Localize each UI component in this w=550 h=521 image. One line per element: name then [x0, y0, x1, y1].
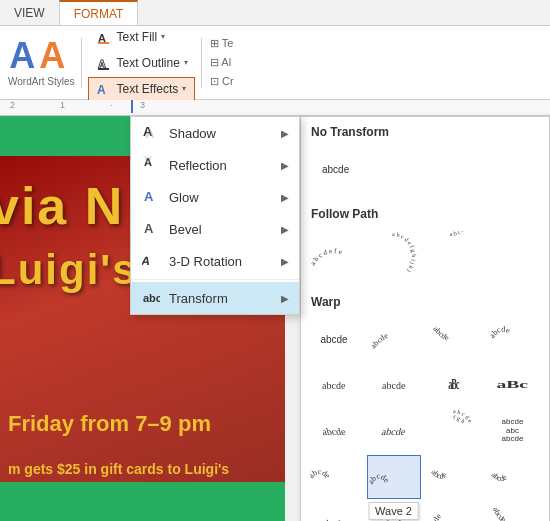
- follow-path-container: a b c d e f e a b c d e f g h i j k l: [301, 225, 549, 287]
- svg-text:a b c d e f e: a b c d e f e: [309, 247, 343, 267]
- menu-item-transform[interactable]: abc Transform ▶: [131, 282, 299, 314]
- text-fill-button[interactable]: A Text Fill ▾: [88, 25, 195, 49]
- transform-arrow: ▶: [281, 293, 289, 304]
- menu-item-bevel[interactable]: A Bevel ▶: [131, 213, 299, 245]
- bevel-icon: A: [141, 219, 161, 239]
- shadow-label: Shadow: [169, 126, 216, 141]
- text-effects-arrow: ▾: [182, 84, 186, 93]
- warp-item-wave3[interactable]: abcde: [426, 455, 480, 499]
- text-effects-label: Text Effects: [117, 82, 179, 96]
- warp-item-circle-stack[interactable]: a b c d e f g h: [426, 409, 480, 453]
- text-outline-button[interactable]: A Text Outline ▾: [88, 51, 195, 75]
- svg-text:abcde: abcde: [432, 325, 451, 343]
- tab-format[interactable]: FORMAT: [59, 0, 139, 25]
- warp-item-squeeze[interactable]: aBc: [426, 363, 480, 407]
- extra-icon-2: ⊟ Al: [208, 54, 236, 71]
- 3d-rotation-arrow: ▶: [281, 256, 289, 267]
- menu-item-3d-rotation[interactable]: A 3-D Rotation ▶: [131, 245, 299, 277]
- svg-text:abcde: abcde: [309, 467, 332, 481]
- glow-arrow: ▶: [281, 192, 289, 203]
- shadow-icon: A A: [141, 123, 161, 143]
- slide-title: via NLuigi's: [0, 176, 138, 296]
- warp-item-row5-3[interactable]: abcde: [426, 501, 480, 521]
- svg-text:abcde: abcde: [491, 506, 507, 521]
- warp-item-normal[interactable]: abcde: [307, 317, 361, 361]
- warp-item-inflate[interactable]: aBc: [486, 363, 540, 407]
- follow-path-title: Follow Path: [301, 199, 549, 225]
- warp-item-slant2[interactable]: abcde: [367, 409, 421, 453]
- wordart-samples: A A: [9, 38, 73, 74]
- wordart-sample-orange: A: [39, 38, 65, 74]
- follow-path-item-3[interactable]: a b c d e f g h i j k l: [423, 229, 477, 283]
- svg-text:a b c d e f g h i j k l: a b c d e f g h i j k l: [450, 231, 471, 237]
- follow-path-item-2[interactable]: a b c d e f g h i j k l: [365, 229, 419, 283]
- warp-item-slant1[interactable]: abcde: [307, 409, 361, 453]
- svg-text:abcde: abcde: [369, 331, 390, 350]
- svg-text:abcde: abcde: [430, 468, 449, 481]
- menu-item-reflection[interactable]: A A Reflection ▶: [131, 149, 299, 181]
- warp-item-deflate[interactable]: abcde: [367, 363, 421, 407]
- wordart-sample-blue: A: [9, 38, 35, 74]
- reflection-label: Reflection: [169, 158, 227, 173]
- menu-item-shadow[interactable]: A A Shadow ▶: [131, 117, 299, 149]
- warp-grid: abcde abcde abcde abcde: [301, 313, 549, 521]
- main-area: via NLuigi's Friday from 7–9 pm m gets $…: [0, 116, 550, 521]
- extra-icon-3: ⊡ Cr: [208, 73, 236, 90]
- text-effects-dropdown: A A Shadow ▶ A A Reflection ▶ A: [130, 116, 300, 315]
- warp-item-row5-1[interactable]: abcde: [307, 501, 361, 521]
- svg-text:A: A: [142, 254, 152, 268]
- warp-item-arch-up[interactable]: abcde: [367, 317, 421, 361]
- menu-separator: [131, 279, 299, 280]
- warp-item-wave1[interactable]: abcde: [307, 455, 361, 499]
- ruler: 2 1 · 3: [0, 100, 550, 116]
- transform-icon: abc: [141, 288, 161, 308]
- text-effects-button[interactable]: A Text Effects ▾: [88, 77, 195, 101]
- ribbon-tab-bar: VIEW FORMAT: [0, 0, 550, 26]
- text-outline-arrow: ▾: [184, 58, 188, 67]
- ribbon-content: A A WordArt Styles A Text Fill ▾ A Text …: [0, 26, 550, 100]
- text-effects-icon: A: [95, 80, 113, 98]
- no-transform-box: abcde: [301, 143, 549, 199]
- svg-text:abcde: abcde: [369, 471, 392, 486]
- text-outline-label: Text Outline: [117, 56, 180, 70]
- tab-view[interactable]: VIEW: [0, 0, 59, 25]
- text-format-group: A Text Fill ▾ A Text Outline ▾ A Text Ef…: [88, 25, 195, 101]
- warp-item-arch-down[interactable]: abcde: [426, 317, 480, 361]
- menu-item-glow[interactable]: A Glow ▶: [131, 181, 299, 213]
- svg-text:abcde: abcde: [488, 324, 512, 340]
- warp-item-small-stack[interactable]: abcde abc abcde: [486, 409, 540, 453]
- slide-subtitle: Friday from 7–9 pm: [8, 411, 211, 437]
- warp-item-wave2[interactable]: abcde Wave 2: [367, 455, 421, 499]
- warp-item-wave4[interactable]: abcde: [486, 455, 540, 499]
- text-fill-arrow: ▾: [161, 32, 165, 41]
- ribbon-divider-1: [81, 38, 82, 88]
- slide-green-banner: [0, 482, 285, 521]
- no-transform-title: No Transform: [301, 117, 549, 143]
- svg-text:abcde: abcde: [428, 511, 443, 521]
- ribbon: VIEW FORMAT A A WordArt Styles A Text Fi…: [0, 0, 550, 100]
- warp-title: Warp: [301, 287, 549, 313]
- bevel-arrow: ▶: [281, 224, 289, 235]
- slide-bottom-text: m gets $25 in gift cards to Luigi's: [8, 461, 229, 477]
- no-transform-text: abcde: [322, 164, 349, 175]
- warp-item-arch-both[interactable]: abcde: [486, 317, 540, 361]
- svg-text:A: A: [144, 189, 154, 204]
- follow-path-item-1[interactable]: a b c d e f e: [307, 229, 361, 283]
- extra-ribbon-group: ⊞ Te ⊟ Al ⊡ Cr: [208, 35, 236, 90]
- extra-icon-1: ⊞ Te: [208, 35, 236, 52]
- svg-text:A: A: [144, 156, 152, 166]
- warp-panel: No Transform abcde Follow Path a b c d e…: [300, 116, 550, 521]
- text-outline-icon: A: [95, 54, 113, 72]
- warp-item-row5-4[interactable]: abcde: [486, 501, 540, 521]
- ribbon-divider-2: [201, 38, 202, 88]
- svg-text:A: A: [145, 126, 155, 141]
- shadow-arrow: ▶: [281, 128, 289, 139]
- glow-label: Glow: [169, 190, 199, 205]
- warp-item-bulge[interactable]: abcde: [307, 363, 361, 407]
- no-transform-item[interactable]: abcde: [311, 147, 360, 191]
- reflection-arrow: ▶: [281, 160, 289, 171]
- 3d-rotation-label: 3-D Rotation: [169, 254, 242, 269]
- svg-text:abc: abc: [143, 292, 160, 304]
- svg-text:abcde: abcde: [489, 470, 508, 483]
- 3d-rotation-icon: A: [141, 251, 161, 271]
